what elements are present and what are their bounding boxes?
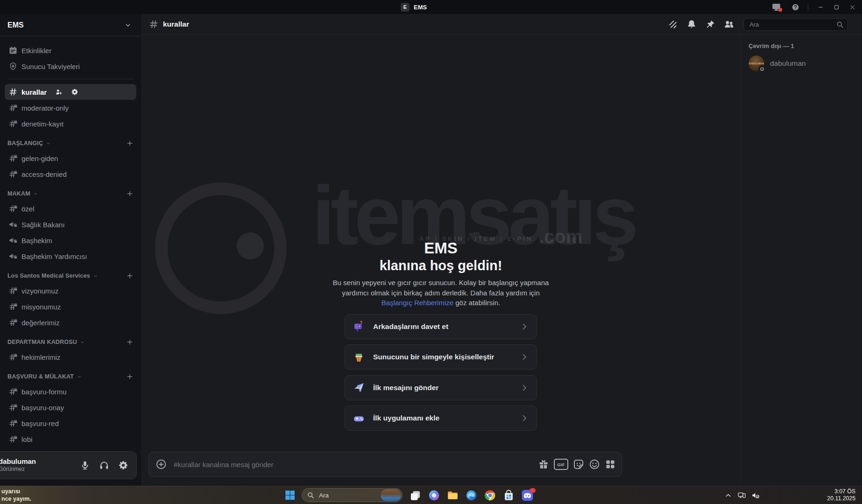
category-row[interactable]: BAŞVURU & MÜLAKAT	[5, 370, 136, 384]
welcome-task-button[interactable]: Arkadaşlarını davet et	[345, 314, 537, 339]
taskbar-edge-icon[interactable]	[465, 489, 478, 502]
gear-icon[interactable]	[71, 88, 78, 96]
apps-icon[interactable]	[605, 459, 616, 470]
taskbar-task-view-icon[interactable]	[409, 489, 422, 502]
attach-plus-icon[interactable]	[155, 459, 167, 470]
channel-row[interactable]: moderator-only	[5, 100, 136, 116]
overlay-notice-line1: uyarısı	[1, 488, 31, 495]
start-button-icon[interactable]	[284, 489, 296, 501]
channel-row[interactable]: özel	[5, 201, 136, 217]
create-channel-plus-icon[interactable]	[126, 338, 134, 346]
taskbar-center	[284, 486, 534, 504]
message-composer[interactable]: GIF	[148, 452, 622, 477]
notifications-bell-icon[interactable]	[686, 19, 697, 29]
category-row[interactable]: MAKAM	[5, 187, 136, 201]
gif-icon[interactable]: GIF	[554, 459, 568, 470]
hash-lock-icon	[8, 154, 18, 163]
pinned-messages-icon[interactable]	[705, 19, 715, 29]
watermark-logo-icon	[155, 182, 287, 314]
maximize-icon	[833, 4, 840, 11]
member-row[interactable]: DABULUMANdabuluman	[749, 56, 862, 71]
create-channel-plus-icon[interactable]	[126, 190, 134, 197]
channel-label: misyonumuz	[21, 303, 61, 311]
member-name: dabuluman	[770, 59, 806, 68]
category-row[interactable]: DEPARTMAN KADROSU	[5, 335, 136, 349]
channel-row[interactable]: vizyonumuz	[5, 283, 136, 299]
channel-row[interactable]: Sağlık Bakanı	[5, 217, 136, 232]
channel-row[interactable]: denetim-kayıt	[5, 116, 136, 132]
category-row[interactable]: BAŞLANGIÇ	[5, 136, 136, 150]
titlebar-divider	[808, 4, 808, 11]
channel-row[interactable]: Başhekim Yardımcısı	[5, 248, 136, 264]
taskbar-search-input[interactable]	[318, 491, 381, 499]
titlebar: E EMS	[0, 0, 862, 14]
channel-row[interactable]: gelen-giden	[5, 150, 136, 166]
taskbar-search[interactable]	[302, 488, 403, 502]
channel-row[interactable]: Başhekim	[5, 232, 136, 248]
welcome-task-button[interactable]: İlk mesajını gönder	[345, 375, 537, 400]
calendar-icon	[8, 46, 18, 55]
hash-lock-icon	[8, 103, 18, 112]
emoji-icon[interactable]	[589, 459, 600, 470]
channel-row[interactable]: değerlerimiz	[5, 315, 136, 330]
message-input[interactable]	[173, 460, 538, 469]
welcome-subtitle: klanına hoş geldin!	[296, 257, 586, 274]
category-row[interactable]: Los Santos Medical Services	[5, 269, 136, 283]
guild-header[interactable]: EMS	[0, 14, 141, 36]
channel-header: kurallar	[141, 14, 862, 35]
starter-guide-link[interactable]: Başlangıç Rehberimize	[382, 299, 453, 307]
create-channel-plus-icon[interactable]	[126, 272, 134, 280]
copilot-icon	[428, 489, 440, 502]
channel-label: özel	[21, 205, 35, 213]
gift-icon[interactable]	[538, 459, 549, 470]
create-channel-plus-icon[interactable]	[126, 140, 134, 147]
category-label: MAKAM	[7, 190, 30, 197]
search-bar[interactable]	[743, 18, 848, 31]
headphones-icon[interactable]	[99, 460, 109, 470]
channel-row[interactable]: hekimlerimiz	[5, 349, 136, 365]
sticker-icon[interactable]	[573, 459, 584, 470]
sidebar-item[interactable]: Sunucu Takviyeleri	[5, 58, 136, 74]
search-input[interactable]	[749, 21, 836, 28]
maximize-button[interactable]	[828, 0, 844, 14]
invite-icon[interactable]	[55, 88, 63, 96]
taskbar-microsoft-store-icon[interactable]	[502, 489, 515, 502]
sidebar-item[interactable]: Etkinlikler	[5, 42, 136, 58]
hash-lock-icon	[8, 286, 18, 295]
discord-app: E EMS EMS EtkinliklerSunucu Takviyelerik…	[0, 0, 862, 504]
chevron-down-icon	[124, 21, 132, 29]
volume-muted-icon[interactable]	[751, 491, 760, 500]
channel-label: başvuru-onay	[21, 404, 64, 412]
taskbar-apps	[409, 489, 534, 502]
channel-label: Başhekim Yardımcısı	[21, 252, 87, 260]
channel-row[interactable]: başvuru-red	[5, 415, 136, 431]
network-icon[interactable]	[737, 491, 746, 500]
minimize-button[interactable]	[813, 0, 828, 14]
create-channel-plus-icon[interactable]	[126, 373, 134, 380]
weather-widget-icon[interactable]	[381, 489, 401, 501]
taskbar-copilot-icon[interactable]	[428, 489, 440, 502]
channel-row[interactable]: access-denied	[5, 166, 136, 182]
welcome-task-button[interactable]: Sunucunu bir simgeyle kişiselleştir	[345, 344, 537, 370]
member-list-toggle-icon[interactable]	[724, 19, 734, 29]
user-panel[interactable]: dabuluman Görünmez	[0, 451, 137, 479]
microphone-icon[interactable]	[80, 460, 90, 470]
taskbar-clock[interactable]: 3:07 ÖS 20.11.2025	[827, 488, 855, 502]
channel-row[interactable]: misyonumuz	[5, 299, 136, 315]
help-icon[interactable]	[791, 3, 799, 11]
channel-row[interactable]: lobi	[5, 431, 136, 447]
hash-lock-icon	[8, 119, 18, 128]
update-download-icon[interactable]	[771, 2, 781, 12]
taskbar-discord-icon[interactable]	[521, 489, 534, 502]
tray-chevron-up-icon[interactable]	[724, 491, 732, 499]
threads-icon[interactable]	[668, 19, 678, 29]
channel-row[interactable]: kurallar	[5, 84, 136, 100]
channel-label: değerlerimiz	[21, 319, 60, 327]
channel-row[interactable]: başvuru-formu	[5, 384, 136, 399]
taskbar-file-explorer-icon[interactable]	[446, 489, 459, 502]
close-button[interactable]	[844, 0, 860, 14]
settings-gear-icon[interactable]	[118, 460, 128, 470]
taskbar-chrome-icon[interactable]	[484, 489, 496, 502]
channel-row[interactable]: başvuru-onay	[5, 399, 136, 415]
welcome-task-button[interactable]: İlk uygulamanı ekle	[345, 406, 537, 431]
